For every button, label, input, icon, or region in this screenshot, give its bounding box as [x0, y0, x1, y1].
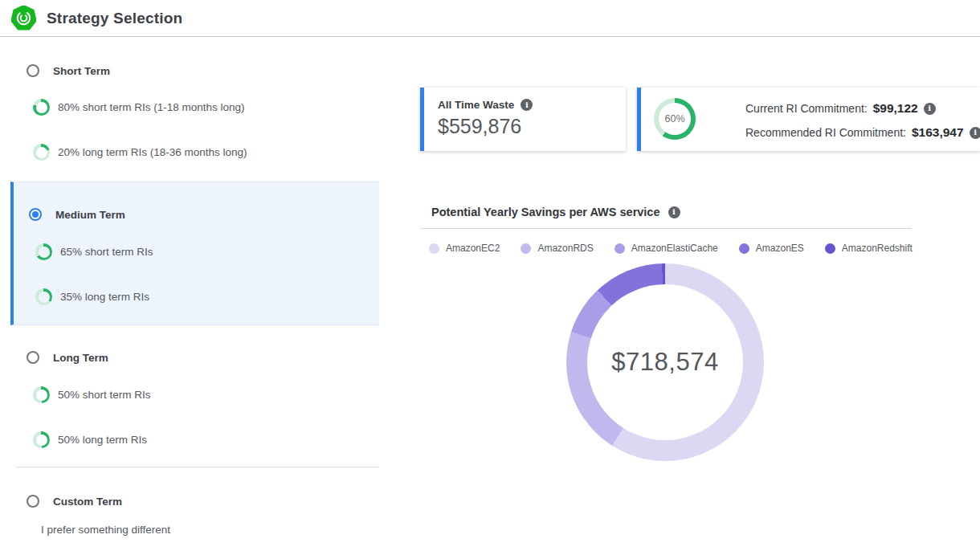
chart-header: Potential Yearly Savings per AWS service… — [431, 206, 680, 218]
legend-label: AmazonEC2 — [446, 243, 500, 254]
allocation-row: 20% long term RIs (18-36 months long) — [33, 144, 247, 161]
strategy-custom-term[interactable]: Custom Term — [27, 495, 122, 508]
all-time-waste-card: All Time Waste i $559,876 — [420, 88, 626, 151]
allocation-row: 35% long term RIs — [35, 288, 149, 305]
chart-legend: AmazonEC2 AmazonRDS AmazonElastiCache Am… — [429, 243, 913, 254]
legend-item-amazonelasticache[interactable]: AmazonElastiCache — [615, 243, 718, 254]
current-commitment-label: Current RI Commitment: — [745, 102, 868, 115]
recommended-commitment-value: $163,947 — [912, 125, 964, 140]
allocation-ring-icon — [33, 431, 50, 448]
allocation-label: 50% long term RIs — [58, 434, 147, 446]
allocation-label: 35% long term RIs — [60, 291, 149, 303]
allocation-row: 65% short term RIs — [35, 243, 153, 260]
recommended-commitment-line: Recommended RI Commitment: $163,947 i — [745, 124, 980, 141]
allocation-ring-icon — [33, 99, 50, 116]
strategy-label: Custom Term — [53, 496, 122, 508]
strategy-label: Short Term — [53, 65, 110, 77]
strategy-label: Medium Term — [55, 209, 125, 221]
allocation-label: 65% short term RIs — [60, 246, 153, 258]
current-commitment-value: $99,122 — [873, 101, 918, 116]
legend-dot-icon — [521, 243, 531, 254]
radio-long-term[interactable] — [27, 351, 39, 364]
recommended-commitment-label: Recommended RI Commitment: — [745, 126, 906, 139]
allocation-row: 50% short term RIs — [33, 386, 151, 403]
legend-dot-icon — [615, 243, 625, 254]
page-title: Strategy Selection — [47, 10, 182, 27]
info-icon[interactable]: i — [521, 99, 533, 111]
legend-item-amazonec2[interactable]: AmazonEC2 — [429, 243, 500, 254]
legend-dot-icon — [739, 243, 749, 254]
allocation-ring-icon — [35, 243, 52, 260]
legend-dot-icon — [429, 243, 439, 254]
donut-center-value: $718,574 — [611, 348, 718, 377]
allocation-label: 20% long term RIs (18-36 months long) — [58, 146, 247, 158]
donut-hole: $718,574 — [587, 284, 743, 440]
allocation-label: 80% short term RIs (1-18 months long) — [58, 101, 245, 113]
waste-card-value: $559,876 — [438, 115, 626, 138]
allocation-ring-icon — [33, 144, 50, 161]
commitment-progress-ring: 60% — [654, 98, 696, 140]
allocation-label: 50% short term RIs — [58, 389, 151, 401]
current-commitment-line: Current RI Commitment: $99,122 i — [745, 100, 936, 116]
strategy-medium-term-selected-box[interactable]: Medium Term 65% short term RIs 35% long … — [10, 182, 379, 325]
legend-label: AmazonES — [756, 243, 804, 254]
legend-item-amazonrds[interactable]: AmazonRDS — [521, 243, 593, 254]
app-logo-icon — [11, 6, 36, 31]
legend-label: AmazonElastiCache — [631, 243, 718, 254]
legend-dot-icon — [825, 243, 835, 254]
radio-medium-term[interactable] — [29, 208, 42, 221]
savings-donut-chart[interactable]: $718,574 — [566, 263, 764, 461]
info-icon[interactable]: i — [924, 103, 936, 115]
allocation-row: 80% short term RIs (1-18 months long) — [33, 99, 245, 116]
ri-commitment-card: 60% Current RI Commitment: $99,122 i Rec… — [637, 88, 980, 151]
allocation-ring-icon — [35, 288, 52, 305]
commitment-progress-label: 60% — [654, 98, 696, 140]
info-icon[interactable]: i — [970, 127, 980, 139]
strategy-medium-term[interactable]: Medium Term — [29, 208, 125, 221]
section-divider — [16, 467, 379, 467]
chart-divider — [420, 228, 912, 229]
legend-label: AmazonRedshift — [842, 243, 913, 254]
legend-item-amazones[interactable]: AmazonES — [739, 243, 804, 254]
strategy-short-term[interactable]: Short Term — [27, 64, 110, 77]
radio-short-term[interactable] — [27, 64, 39, 77]
allocation-ring-icon — [33, 386, 50, 403]
strategy-label: Long Term — [53, 352, 108, 364]
strategy-selection-page: Strategy Selection Short Term 80% short … — [0, 0, 980, 555]
strategy-long-term[interactable]: Long Term — [27, 351, 108, 364]
app-header: Strategy Selection — [0, 0, 980, 37]
allocation-row: 50% long term RIs — [33, 431, 147, 448]
waste-card-title: All Time Waste — [438, 99, 514, 111]
custom-term-subtext: I prefer something different — [41, 524, 170, 536]
radio-custom-term[interactable] — [27, 495, 39, 508]
chart-title: Potential Yearly Savings per AWS service — [431, 206, 660, 218]
legend-item-amazonredshift[interactable]: AmazonRedshift — [825, 243, 913, 254]
legend-label: AmazonRDS — [537, 243, 593, 254]
info-icon[interactable]: i — [668, 206, 680, 218]
